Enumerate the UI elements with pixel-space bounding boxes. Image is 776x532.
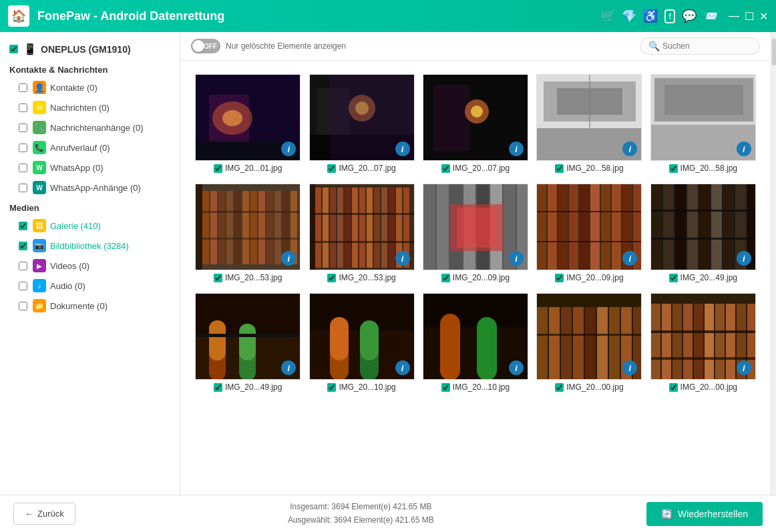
diamond-icon[interactable]: 💎 (622, 9, 636, 23)
anrufverlauf-checkbox[interactable] (19, 144, 27, 152)
audio-icon: ♪ (33, 279, 46, 292)
sidebar-item-audio[interactable]: ♪ Audio (0) (0, 276, 180, 296)
photo-wrapper-1: i (195, 74, 301, 161)
info-badge-8[interactable]: i (509, 251, 524, 266)
photo-cell-8[interactable]: iIMG_20...09.jpg (419, 178, 532, 288)
photo-filename-4: IMG_20...58.jpg (566, 164, 623, 173)
photo-checkbox-15[interactable] (669, 383, 678, 392)
message-icon[interactable]: 📨 (703, 9, 718, 23)
svg-rect-93 (723, 184, 734, 270)
facebook-icon[interactable]: f (664, 9, 675, 23)
photo-label-3: IMG_20...07.jpg (441, 164, 510, 173)
sidebar-device[interactable]: 📱 ONEPLUS (GM1910) (0, 39, 180, 59)
photo-wrapper-11: i (195, 293, 301, 380)
photo-cell-1[interactable]: iIMG_20...01.jpg (191, 69, 305, 178)
sidebar-item-anrufverlauf[interactable]: 📞 Anrufverlauf (0) (0, 138, 180, 158)
photo-grid-container: iIMG_20...01.jpgiIMG_20...07.jpgiIMG_20.… (180, 61, 771, 495)
photo-cell-14[interactable]: iIMG_20...00.jpg (532, 288, 646, 397)
photo-checkbox-10[interactable] (669, 274, 678, 282)
nachrichten-checkbox[interactable] (19, 103, 27, 112)
photo-cell-6[interactable]: iIMG_20...53.jpg (191, 178, 305, 288)
photo-filename-8: IMG_20...09.jpg (453, 273, 510, 282)
photo-checkbox-5[interactable] (669, 164, 678, 173)
photo-checkbox-9[interactable] (555, 274, 564, 282)
kontakte-checkbox[interactable] (19, 83, 27, 92)
dokumente-checkbox[interactable] (19, 302, 27, 310)
bildbibliothek-checkbox[interactable] (19, 242, 27, 250)
photo-checkbox-1[interactable] (214, 164, 222, 173)
kontakte-icon: 👤 (33, 81, 46, 94)
photo-checkbox-6[interactable] (214, 274, 222, 282)
toggle-track[interactable]: OFF (191, 39, 220, 53)
accessibility-icon[interactable]: ♿ (643, 9, 658, 23)
info-badge-15[interactable]: i (737, 360, 751, 375)
search-input[interactable] (662, 41, 756, 51)
info-badge-3[interactable]: i (509, 142, 524, 156)
photo-wrapper-8: i (423, 184, 528, 270)
restore-button[interactable]: 🔄 Wiederherstellen (646, 502, 763, 526)
photo-cell-10[interactable]: iIMG_20...49.jpg (646, 178, 760, 288)
svg-rect-85 (537, 241, 642, 242)
sidebar-item-dokumente[interactable]: 📁 Dokumente (0) (0, 296, 180, 316)
svg-rect-43 (196, 238, 301, 240)
photo-cell-11[interactable]: iIMG_20...49.jpg (191, 288, 305, 397)
info-badge-10[interactable]: i (737, 251, 751, 266)
galerie-checkbox[interactable] (19, 222, 27, 230)
info-badge-13[interactable]: i (509, 360, 524, 375)
sidebar-item-kontakte[interactable]: 👤 Kontakte (0) (0, 77, 180, 97)
whatsappanhange-checkbox[interactable] (19, 184, 27, 192)
photo-checkbox-11[interactable] (214, 383, 222, 392)
photo-checkbox-13[interactable] (441, 383, 450, 392)
home-icon[interactable]: 🏠 (8, 5, 29, 27)
sidebar-item-nachrichtenanhange[interactable]: 📎 Nachrichtenanhänge (0) (0, 117, 180, 138)
sidebar-item-whatsapp[interactable]: W WhatsApp (0) (0, 158, 180, 178)
audio-checkbox[interactable] (19, 282, 27, 290)
close-button[interactable]: ✕ (759, 10, 768, 23)
photo-cell-5[interactable]: iIMG_20...58.jpg (646, 69, 760, 178)
photo-cell-2[interactable]: iIMG_20...07.jpg (305, 69, 418, 178)
cart-icon[interactable]: 🛒 (600, 9, 615, 23)
photo-checkbox-3[interactable] (441, 164, 450, 173)
photo-cell-12[interactable]: iIMG_20...10.jpg (305, 288, 418, 397)
photo-checkbox-7[interactable] (327, 274, 336, 282)
toggle-description: Nur gelöschte Elemente anzeigen (226, 41, 346, 51)
photo-cell-13[interactable]: iIMG_20...10.jpg (419, 288, 532, 397)
photo-checkbox-12[interactable] (327, 383, 336, 392)
sidebar-item-bildbibliothek[interactable]: 📷 Bildbibliothek (3284) (0, 236, 180, 256)
galerie-label: Galerie (410) (50, 221, 101, 231)
sidebar-item-whatsappanhange[interactable]: W WhatsApp-Anhänge (0) (0, 178, 180, 198)
info-badge-5[interactable]: i (737, 142, 751, 156)
device-checkbox[interactable] (9, 45, 18, 53)
sidebar-item-nachrichten[interactable]: ✉ Nachrichten (0) (0, 97, 180, 117)
back-button[interactable]: ← Zurück (13, 503, 75, 525)
photo-cell-4[interactable]: iIMG_20...58.jpg (532, 69, 646, 178)
photo-cell-3[interactable]: iIMG_20...07.jpg (419, 69, 532, 178)
whatsapp-checkbox[interactable] (19, 164, 27, 172)
photo-checkbox-4[interactable] (555, 164, 564, 173)
photo-checkbox-2[interactable] (327, 164, 336, 173)
videos-checkbox[interactable] (19, 262, 27, 270)
chat-icon[interactable]: 💬 (682, 9, 697, 23)
photo-wrapper-12: i (309, 293, 415, 380)
maximize-button[interactable]: ☐ (745, 10, 754, 23)
photo-checkbox-8[interactable] (441, 274, 450, 282)
sidebar-item-galerie[interactable]: 🖼 Galerie (410) (0, 216, 180, 236)
sidebar-item-videos[interactable]: ▶ Videos (0) (0, 256, 180, 276)
info-badge-2[interactable]: i (395, 142, 410, 156)
photo-cell-7[interactable]: iIMG_20...53.jpg (305, 178, 418, 288)
photo-filename-14: IMG_20...00.jpg (566, 382, 623, 392)
search-box[interactable]: 🔍 (640, 37, 760, 55)
info-badge-12[interactable]: i (395, 360, 410, 375)
toggle-switch[interactable]: OFF Nur gelöschte Elemente anzeigen (191, 39, 346, 53)
photo-cell-15[interactable]: iIMG_20...00.jpg (646, 288, 760, 397)
svg-point-15 (471, 105, 483, 117)
photo-cell-9[interactable]: iIMG_20...09.jpg (532, 178, 646, 288)
footer-stats: Insgesamt: 3694 Element(e) 421.65 MB Aus… (75, 501, 646, 526)
info-badge-7[interactable]: i (395, 251, 410, 266)
bildbibliothek-icon: 📷 (33, 239, 46, 252)
photo-checkbox-14[interactable] (555, 383, 564, 392)
nachrichtenanhange-checkbox[interactable] (19, 123, 27, 132)
back-label: Zurück (37, 509, 64, 519)
minimize-button[interactable]: — (729, 10, 739, 23)
stats-line1: Insgesamt: 3694 Element(e) 421.65 MB (75, 501, 646, 513)
